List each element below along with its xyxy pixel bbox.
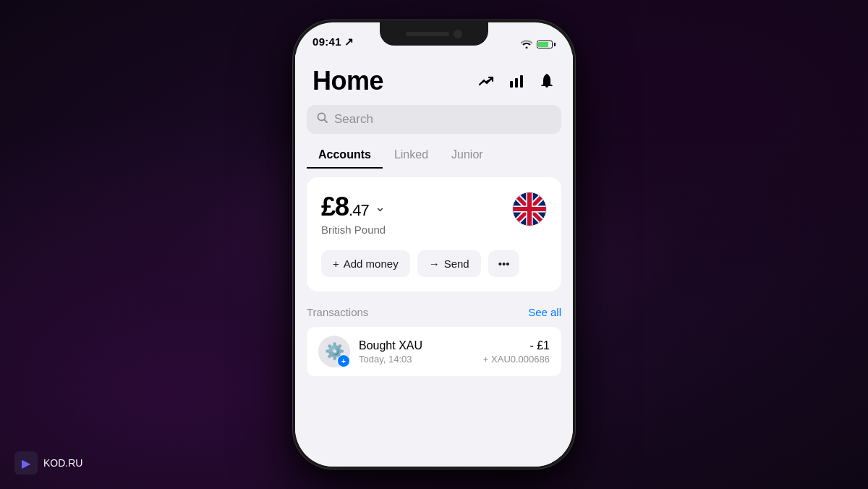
search-bar[interactable]: Search (307, 105, 561, 134)
see-all-link[interactable]: See all (528, 306, 561, 318)
transaction-info: Bought XAU Today, 14:03 (359, 339, 475, 365)
tab-accounts[interactable]: Accounts (307, 143, 383, 169)
tabs-container: Accounts Linked Junior (295, 143, 573, 177)
transactions-header: Transactions See all (295, 303, 573, 327)
arrow-right-icon: → (429, 258, 440, 270)
notch (380, 22, 488, 46)
watermark-icon: ▶ (14, 451, 38, 475)
notch-camera (454, 30, 462, 38)
balance-chevron-icon[interactable]: ⌄ (375, 199, 386, 215)
more-dots-icon: ••• (498, 258, 510, 270)
app-header: Home (295, 54, 573, 105)
search-container: Search (295, 105, 573, 143)
svg-rect-1 (515, 78, 518, 88)
watermark: ▶ KOD.RU (14, 451, 82, 475)
account-card-header: £8.47 ⌄ British Pound (321, 192, 547, 247)
search-placeholder: Search (334, 112, 373, 127)
wifi-icon (521, 40, 532, 48)
action-buttons: + Add money → Send ••• (321, 250, 547, 277)
transaction-item: ⚙️ + Bought XAU Today, 14:03 - £1 + XAU0… (307, 327, 561, 376)
phone-content: Home (295, 54, 573, 467)
transactions-title: Transactions (307, 306, 368, 318)
header-icons (477, 72, 556, 90)
phone-inner: 09:41 ↗ (295, 22, 573, 467)
tab-junior[interactable]: Junior (440, 143, 495, 169)
svg-rect-0 (510, 81, 513, 88)
svg-rect-2 (520, 75, 523, 88)
svg-line-4 (325, 120, 328, 123)
transaction-fiat: - £1 (483, 339, 550, 352)
transaction-crypto: + XAU0.000686 (483, 354, 550, 365)
search-icon (317, 112, 328, 127)
tab-linked[interactable]: Linked (383, 143, 440, 169)
watermark-text: KOD.RU (43, 457, 82, 469)
phone-frame: 09:41 ↗ (293, 20, 575, 469)
plus-icon: + (333, 258, 339, 270)
currency-flag (512, 192, 547, 226)
transaction-amount: - £1 + XAU0.000686 (483, 339, 550, 365)
page-title: Home (312, 66, 383, 96)
add-money-button[interactable]: + Add money (321, 250, 410, 277)
chart-icon[interactable] (508, 72, 525, 90)
transaction-badge: + (337, 354, 350, 367)
trend-icon[interactable] (477, 72, 495, 90)
currency-label: British Pound (321, 224, 386, 236)
account-card: £8.47 ⌄ British Pound (307, 177, 561, 292)
balance-row: £8.47 ⌄ (321, 192, 386, 222)
status-time: 09:41 ↗ (312, 35, 354, 48)
balance-amount: £8.47 (321, 192, 369, 222)
more-button[interactable]: ••• (488, 250, 520, 277)
transaction-date: Today, 14:03 (359, 354, 475, 365)
send-button[interactable]: → Send (417, 250, 481, 277)
transaction-icon: ⚙️ + (318, 336, 350, 367)
svg-rect-15 (513, 207, 546, 211)
battery-icon (537, 41, 556, 48)
bell-icon[interactable] (538, 72, 556, 90)
status-icons (521, 40, 556, 48)
notch-speaker (406, 32, 449, 36)
transaction-name: Bought XAU (359, 339, 475, 352)
